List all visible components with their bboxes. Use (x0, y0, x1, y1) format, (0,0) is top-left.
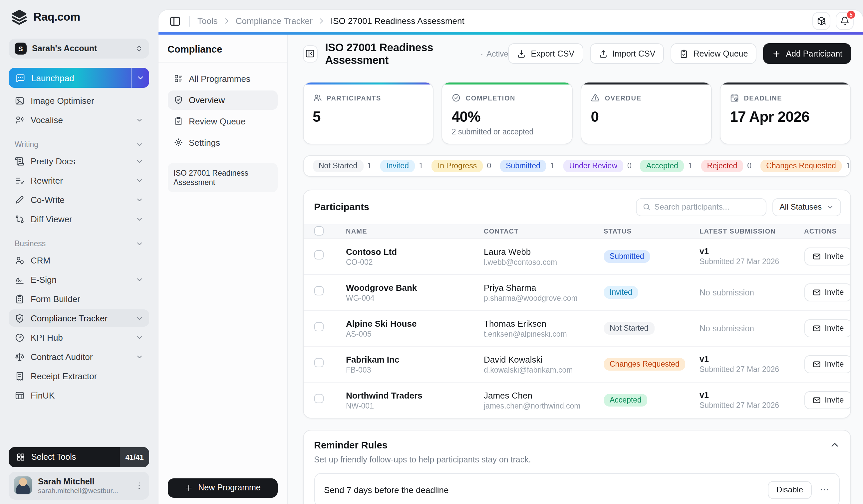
submission-version: v1 (700, 354, 804, 364)
status-summary-invited[interactable]: Invited1 (380, 159, 423, 172)
sidebar-item-rewriter[interactable]: Rewriter (9, 172, 149, 189)
status-filter-select[interactable]: All Statuses (772, 198, 841, 216)
stat-card-participants: PARTICIPANTS5 (303, 81, 434, 144)
compliance-nav-settings[interactable]: Settings (167, 133, 277, 152)
new-programme-button[interactable]: New Programme (167, 478, 277, 497)
column-header-contact[interactable]: CONTACT (484, 227, 604, 234)
account-switcher[interactable]: S Sarah's Account (9, 39, 149, 59)
stat-accent-bar (303, 82, 433, 85)
status-summary-in-progress[interactable]: In Progress0 (432, 159, 491, 172)
layout-list-icon (174, 74, 183, 83)
status-summary-accepted[interactable]: Accepted1 (640, 159, 692, 172)
topbar-actions: 5 (812, 12, 854, 30)
launchpad-expand-button[interactable] (131, 68, 149, 88)
status-summary-under-review[interactable]: Under Review0 (563, 159, 631, 172)
row-checkbox[interactable] (314, 322, 323, 331)
column-header-actions[interactable]: ACTIONS (804, 227, 840, 234)
sidebar-item-finuk[interactable]: FinUK (9, 387, 149, 404)
sidebar-item-crm[interactable]: CRM (9, 251, 149, 269)
sidebar-item-co-write[interactable]: Co-Write (9, 191, 149, 208)
status-summary-not-started[interactable]: Not Started1 (313, 159, 372, 172)
export-csv-button[interactable]: Export CSV (509, 43, 583, 64)
sidebar-nav-business: CRME-SignForm BuilderCompliance TrackerK… (9, 251, 149, 404)
stat-value: 0 (591, 108, 702, 126)
section-label: Writing (15, 140, 136, 148)
table-row: Northwind TradersNW-001James Chenjames.c… (303, 382, 850, 417)
sidebar-item-label: Form Builder (30, 294, 143, 304)
table-row: Woodgrove BankWG-004Priya Sharmap.sharma… (303, 274, 850, 310)
chevron-up-icon[interactable] (830, 440, 840, 450)
compliance-nav-review-queue[interactable]: Review Queue (167, 112, 277, 131)
notifications-button[interactable]: 5 (836, 12, 854, 30)
sidebar-section-business[interactable]: Business (15, 240, 143, 247)
row-checkbox[interactable] (314, 358, 323, 367)
kebab-menu-icon[interactable] (135, 481, 144, 490)
select-tools-button[interactable]: Select Tools 41/41 (9, 447, 149, 467)
chevron-down-icon (826, 203, 834, 210)
sidebar-nav-writing: Pretty DocsRewriterCo-WriteDiff Viewer (9, 152, 149, 228)
invite-button[interactable]: Invite (804, 319, 851, 337)
sidebar-item-vocalise[interactable]: Vocalise (9, 111, 149, 128)
sidebar-section-writing[interactable]: Writing (15, 140, 143, 148)
launchpad-main[interactable]: Launchpad (9, 68, 131, 88)
contact-name: David Kowalski (484, 354, 604, 364)
app-window: Raq.com S Sarah's Account Launchpad Imag… (0, 0, 863, 504)
stat-label: PARTICIPANTS (327, 94, 381, 102)
invite-button[interactable]: Invite (804, 355, 851, 373)
breadcrumb-item-tools[interactable]: Tools (198, 16, 218, 26)
status-summary-changes-requested[interactable]: Changes Requested1 (760, 159, 850, 172)
invite-button[interactable]: Invite (804, 247, 851, 265)
breadcrumb-item-compliance-tracker[interactable]: Compliance Tracker (236, 16, 313, 26)
compliance-nav-label: Settings (189, 138, 220, 147)
sidebar-item-e-sign[interactable]: E-Sign (9, 271, 149, 288)
sidebar-sections: WritingPretty DocsRewriterCo-WriteDiff V… (9, 128, 149, 404)
sidebar-item-kpi-hub[interactable]: KPI Hub (9, 329, 149, 346)
column-header-name[interactable]: NAME (346, 227, 484, 234)
compliance-nav-all-programmes[interactable]: All Programmes (167, 69, 277, 88)
invite-button[interactable]: Invite (804, 283, 851, 301)
sidebar-item-label: FinUK (30, 390, 143, 400)
search-input[interactable] (654, 202, 760, 211)
sidebar-item-label: Pretty Docs (30, 156, 130, 166)
shield-check-icon (174, 95, 183, 104)
select-all-checkbox[interactable] (314, 226, 323, 235)
participant-name: Contoso Ltd (346, 246, 484, 257)
sidebar-item-diff-viewer[interactable]: Diff Viewer (9, 210, 149, 228)
programme-item[interactable]: ISO 27001 Readiness Assessment (167, 163, 277, 193)
sidebar-item-image-optimiser[interactable]: Image Optimiser (9, 92, 149, 109)
status-summary-rejected[interactable]: Rejected0 (701, 159, 752, 172)
panel-left-toggle-icon[interactable] (169, 15, 181, 27)
row-checkbox[interactable] (314, 250, 323, 259)
compliance-title: Compliance (158, 43, 287, 62)
collapse-panel-button[interactable] (303, 45, 318, 62)
sidebar-item-label: Diff Viewer (30, 214, 130, 224)
invite-button[interactable]: Invite (804, 391, 851, 409)
package-search-button[interactable] (812, 12, 830, 30)
add-participant-button[interactable]: Add Participant (763, 43, 851, 64)
column-header-latest-submission[interactable]: LATEST SUBMISSION (700, 227, 804, 234)
sidebar-item-receipt-extractor[interactable]: Receipt Extractor (9, 367, 149, 385)
status-summary-submitted[interactable]: Submitted1 (500, 159, 554, 172)
participant-code: NW-001 (346, 402, 484, 410)
import-csv-button[interactable]: Import CSV (590, 43, 664, 64)
user-profile-card[interactable]: Sarah Mitchell sarah.mitchell@westbur... (9, 471, 149, 499)
review-queue-button[interactable]: Review Queue (671, 43, 756, 64)
triangle-alert-icon (591, 93, 600, 102)
chevron-down-icon (136, 141, 143, 148)
column-header-status[interactable]: STATUS (604, 227, 700, 234)
stat-subtext: 2 submitted or accepted (452, 128, 563, 136)
sidebar-item-form-builder[interactable]: Form Builder (9, 290, 149, 307)
row-checkbox[interactable] (314, 394, 323, 403)
participant-name: Woodgrove Bank (346, 282, 484, 293)
status-count: 0 (487, 162, 491, 170)
sidebar-item-compliance-tracker[interactable]: Compliance Tracker (9, 309, 149, 327)
launchpad-button[interactable]: Launchpad (9, 68, 149, 88)
row-checkbox[interactable] (314, 286, 323, 295)
compliance-nav-overview[interactable]: Overview (167, 90, 277, 109)
account-label: Sarah's Account (32, 44, 130, 53)
disable-rule-button[interactable]: Disable (768, 481, 812, 499)
sidebar-item-pretty-docs[interactable]: Pretty Docs (9, 152, 149, 170)
sidebar-item-contract-auditor[interactable]: Contract Auditor (9, 348, 149, 365)
ellipsis-menu-icon[interactable] (819, 484, 830, 495)
new-programme-label: New Programme (198, 483, 261, 492)
